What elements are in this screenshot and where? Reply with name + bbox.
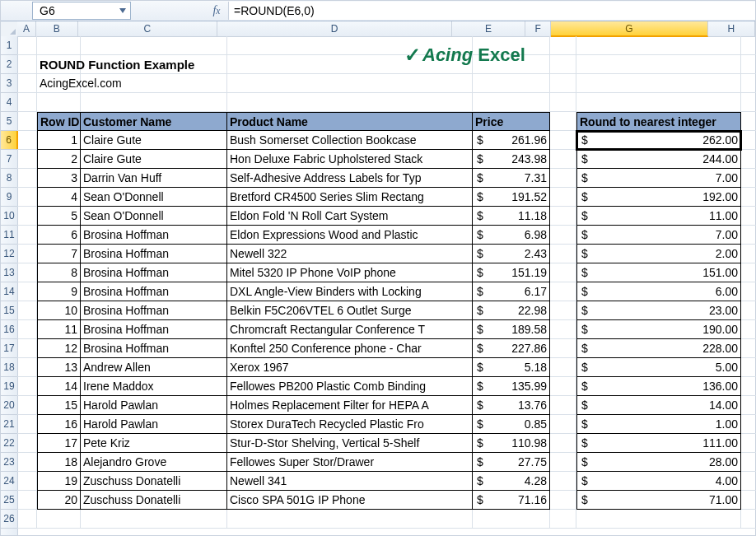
cell-rowid[interactable]: 19 — [37, 472, 81, 491]
column-header-A[interactable]: A — [17, 21, 36, 36]
cell-bg[interactable] — [550, 150, 576, 169]
cell-bg[interactable] — [550, 377, 576, 396]
cell-product[interactable]: Self-Adhesive Address Labels for Typ — [227, 169, 473, 188]
cell-bg[interactable] — [227, 510, 473, 529]
cell-bg[interactable] — [550, 301, 576, 320]
cell-bg[interactable] — [741, 282, 756, 301]
cell-bg[interactable] — [576, 74, 741, 93]
cell-round[interactable]: $190.00 — [576, 320, 741, 339]
cell-customer[interactable]: Harold Pawlan — [81, 396, 227, 415]
hdr-price[interactable]: Price — [473, 112, 550, 131]
cell-customer[interactable]: Brosina Hoffman — [81, 320, 227, 339]
cell-price[interactable]: $5.18 — [473, 358, 550, 377]
cell-bg[interactable] — [17, 131, 37, 150]
cell-rowid[interactable]: 8 — [37, 263, 81, 282]
cell-bg[interactable] — [741, 453, 756, 472]
cell-bg[interactable] — [17, 150, 37, 169]
cell-round[interactable]: $7.00 — [576, 169, 741, 188]
column-header-C[interactable]: C — [78, 21, 218, 36]
select-all-button[interactable] — [1, 21, 18, 37]
row-header-22[interactable]: 22 — [1, 434, 17, 453]
cell-customer[interactable]: Sean O'Donnell — [81, 188, 227, 207]
row-header-5[interactable]: 5 — [1, 112, 17, 131]
cell-price[interactable]: $135.99 — [473, 377, 550, 396]
cell-product[interactable]: Chromcraft Rectangular Conference T — [227, 320, 473, 339]
cell-bg[interactable] — [17, 55, 37, 74]
cell-bg[interactable] — [17, 188, 37, 207]
cell-bg[interactable] — [550, 112, 576, 131]
cell-price[interactable]: $191.52 — [473, 188, 550, 207]
cell-rowid[interactable]: 16 — [37, 415, 81, 434]
column-header-D[interactable]: D — [217, 21, 451, 36]
cell-rowid[interactable]: 3 — [37, 169, 81, 188]
column-header-B[interactable]: B — [36, 21, 78, 36]
cell-round[interactable]: $228.00 — [576, 339, 741, 358]
name-box[interactable]: G6 — [32, 2, 131, 20]
cell-round[interactable]: $11.00 — [576, 207, 741, 226]
cell-price[interactable]: $6.98 — [473, 226, 550, 245]
cell-bg[interactable] — [741, 207, 756, 226]
column-header-G[interactable]: G — [551, 21, 708, 37]
cell-price[interactable]: $22.98 — [473, 301, 550, 320]
row-header-1[interactable]: 1 — [1, 36, 17, 55]
cell-bg[interactable] — [227, 74, 473, 93]
cell-product[interactable]: Newell 341 — [227, 472, 473, 491]
cell-bg[interactable] — [17, 112, 37, 131]
cell-bg[interactable] — [550, 415, 576, 434]
cell-bg[interactable] — [17, 320, 37, 339]
cell-rowid[interactable]: 4 — [37, 188, 81, 207]
cell-customer[interactable]: Brosina Hoffman — [81, 339, 227, 358]
cell-customer[interactable]: Brosina Hoffman — [81, 226, 227, 245]
cell-price[interactable]: $151.19 — [473, 263, 550, 282]
cell-round[interactable]: $192.00 — [576, 188, 741, 207]
row-header-12[interactable]: 12 — [1, 245, 17, 263]
cell-bg[interactable] — [550, 339, 576, 358]
cell-bg[interactable] — [473, 74, 550, 93]
cell-customer[interactable]: Brosina Hoffman — [81, 245, 227, 263]
cell-price[interactable]: $0.85 — [473, 415, 550, 434]
cell-bg[interactable] — [17, 396, 37, 415]
cell-bg[interactable] — [741, 434, 756, 453]
cell-bg[interactable] — [741, 112, 756, 131]
cell-product[interactable]: Konftel 250 Conference phone - Char — [227, 339, 473, 358]
cell-customer[interactable]: Zuschuss Donatelli — [81, 472, 227, 491]
hdr-customer[interactable]: Customer Name — [81, 112, 227, 131]
cell-customer[interactable]: Zuschuss Donatelli — [81, 491, 227, 510]
cell-bg[interactable] — [741, 396, 756, 415]
cell-price[interactable]: $4.28 — [473, 472, 550, 491]
cell-bg[interactable] — [17, 74, 37, 93]
cell-bg[interactable] — [227, 93, 473, 112]
row-header-8[interactable]: 8 — [1, 169, 17, 188]
row-header-14[interactable]: 14 — [1, 282, 17, 301]
cell-bg[interactable] — [550, 93, 576, 112]
cell-product[interactable]: Mitel 5320 IP Phone VoIP phone — [227, 263, 473, 282]
cell-bg[interactable] — [17, 491, 37, 510]
cell-price[interactable]: $13.76 — [473, 396, 550, 415]
cell-product[interactable]: Newell 322 — [227, 245, 473, 263]
cell-bg[interactable] — [550, 491, 576, 510]
cell-rowid[interactable]: 12 — [37, 339, 81, 358]
formula-input[interactable]: =ROUND(E6,0) — [228, 2, 755, 20]
cell-rowid[interactable]: 2 — [37, 150, 81, 169]
cell-price[interactable]: $2.43 — [473, 245, 550, 263]
cell-round[interactable]: $1.00 — [576, 415, 741, 434]
cell-round[interactable]: $14.00 — [576, 396, 741, 415]
cell-bg[interactable] — [550, 169, 576, 188]
cell-bg[interactable] — [473, 510, 550, 529]
cell-bg[interactable] — [741, 245, 756, 263]
row-header-18[interactable]: 18 — [1, 358, 17, 377]
row-header-2[interactable]: 2 — [1, 55, 17, 74]
cell-bg[interactable] — [17, 339, 37, 358]
cell-round[interactable]: $244.00 — [576, 150, 741, 169]
cell-bg[interactable] — [17, 93, 37, 112]
cell-customer[interactable]: Brosina Hoffman — [81, 263, 227, 282]
cell-bg[interactable] — [17, 301, 37, 320]
cell-customer[interactable]: Brosina Hoffman — [81, 282, 227, 301]
cell-bg[interactable] — [741, 358, 756, 377]
cell-bg[interactable] — [17, 282, 37, 301]
cell-product[interactable]: Holmes Replacement Filter for HEPA A — [227, 396, 473, 415]
row-header-4[interactable]: 4 — [1, 93, 17, 112]
cell-round[interactable]: $71.00 — [576, 491, 741, 510]
cell-bg[interactable] — [17, 245, 37, 263]
cell-round[interactable]: $4.00 — [576, 472, 741, 491]
